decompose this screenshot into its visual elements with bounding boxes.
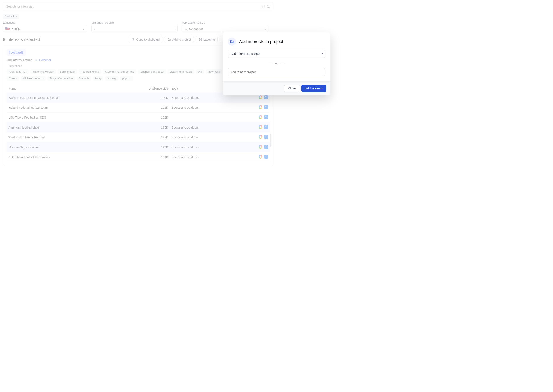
existing-project-placeholder: Add to existing project [231,52,260,56]
divider [267,63,273,63]
add-to-project-modal: Add interests to project Add to existing… [223,32,276,95]
folder-plus-icon [228,37,236,46]
modal-overlay: Add interests to project Add to existing… [0,0,276,196]
new-project-input[interactable] [228,68,276,76]
or-text: or [275,62,276,65]
modal-title: Add interests to project [239,39,276,44]
existing-project-select[interactable]: Add to existing project ▾ [228,49,276,58]
